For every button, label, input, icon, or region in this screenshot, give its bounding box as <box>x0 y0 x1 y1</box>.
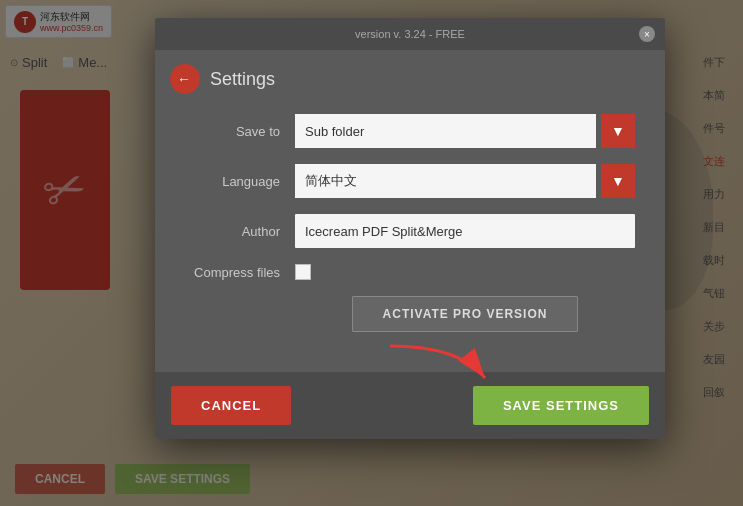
close-button[interactable]: × <box>639 26 655 42</box>
dialog-body: Save to Sub folder ▼ Language 简体中文 ▼ Aut… <box>155 104 665 372</box>
cancel-button[interactable]: CANCEL <box>171 386 291 425</box>
save-to-label: Save to <box>185 124 295 139</box>
dialog-title: Settings <box>210 69 275 90</box>
activate-pro-wrapper: ACTIVATE PRO VERSION <box>185 296 635 332</box>
author-row: Author <box>185 214 635 248</box>
dialog-topbar: version v. 3.24 - FREE × <box>155 18 665 50</box>
back-button[interactable]: ← <box>170 64 200 94</box>
save-to-value: Sub folder <box>295 114 596 148</box>
language-row: Language 简体中文 ▼ <box>185 164 635 198</box>
activate-pro-button[interactable]: ACTIVATE PRO VERSION <box>352 296 579 332</box>
save-to-select[interactable]: Sub folder ▼ <box>295 114 635 148</box>
back-arrow-icon: ← <box>177 71 191 87</box>
author-label: Author <box>185 224 295 239</box>
author-input[interactable] <box>295 214 635 248</box>
language-value: 简体中文 <box>295 164 596 198</box>
language-label: Language <box>185 174 295 189</box>
language-dropdown-arrow[interactable]: ▼ <box>601 164 635 198</box>
save-to-dropdown-arrow[interactable]: ▼ <box>601 114 635 148</box>
compress-row: Compress files <box>185 264 635 280</box>
save-to-row: Save to Sub folder ▼ <box>185 114 635 148</box>
dialog-header: ← Settings <box>155 50 665 104</box>
save-settings-button[interactable]: SAVE SETTINGS <box>473 386 649 425</box>
compress-checkbox[interactable] <box>295 264 311 280</box>
dialog-footer: CANCEL SAVE SETTINGS <box>155 372 665 439</box>
compress-label: Compress files <box>185 265 295 280</box>
language-select[interactable]: 简体中文 ▼ <box>295 164 635 198</box>
version-label: version v. 3.24 - FREE <box>355 28 465 40</box>
settings-dialog: version v. 3.24 - FREE × ← Settings Save… <box>155 18 665 439</box>
